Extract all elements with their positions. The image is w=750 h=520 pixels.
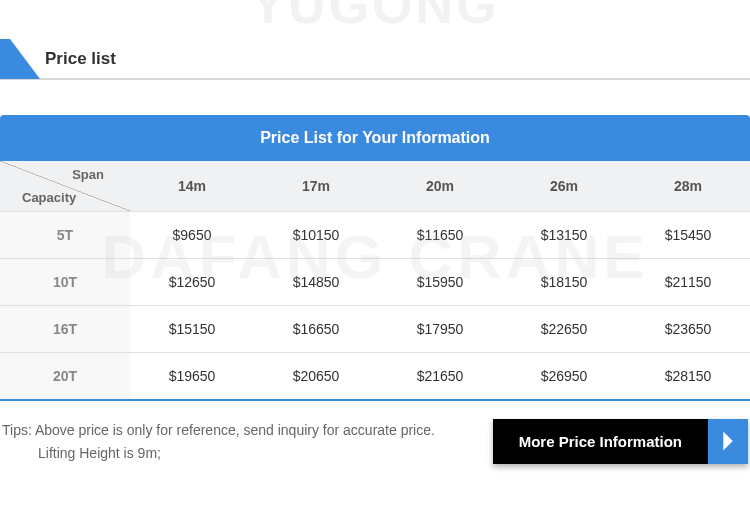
table-row: 16T $15150 $16650 $17950 $22650 $23650	[0, 305, 750, 352]
price-cell: $10150	[254, 211, 378, 258]
price-cell: $26950	[502, 352, 626, 399]
corner-cell: Span Capacity	[0, 161, 130, 211]
price-cell: $15150	[130, 305, 254, 352]
row-capacity: 10T	[0, 258, 130, 305]
price-cell: $16650	[254, 305, 378, 352]
table-row: 5T $9650 $10150 $11650 $13150 $15450	[0, 211, 750, 258]
col-header: 17m	[254, 161, 378, 211]
price-cell: $13150	[502, 211, 626, 258]
col-header: 26m	[502, 161, 626, 211]
price-cell: $20650	[254, 352, 378, 399]
price-table-container: Price List for Your Information Span Cap…	[0, 115, 750, 401]
table-row: 10T $12650 $14850 $15950 $18150 $21150	[0, 258, 750, 305]
price-cell: $19650	[130, 352, 254, 399]
tips-text: Tips: Above price is only for reference,…	[2, 419, 435, 467]
price-cell: $23650	[626, 305, 750, 352]
price-cell: $21650	[378, 352, 502, 399]
price-cell: $15950	[378, 258, 502, 305]
price-table: Span Capacity 14m 17m 20m 26m 28m 5T $96…	[0, 161, 750, 399]
table-title: Price List for Your Information	[0, 115, 750, 161]
more-price-button[interactable]: More Price Information	[493, 419, 748, 464]
price-cell: $15450	[626, 211, 750, 258]
price-cell: $22650	[502, 305, 626, 352]
col-header: 14m	[130, 161, 254, 211]
section-title: Price list	[45, 49, 116, 69]
tips-line2: Lifting Height is 9m;	[2, 442, 161, 466]
table-row: 20T $19650 $20650 $21650 $26950 $28150	[0, 352, 750, 399]
price-cell: $28150	[626, 352, 750, 399]
price-cell: $18150	[502, 258, 626, 305]
col-header: 28m	[626, 161, 750, 211]
col-header: 20m	[378, 161, 502, 211]
chevron-right-icon	[708, 419, 748, 464]
more-price-label: More Price Information	[493, 419, 708, 464]
tab-triangle	[10, 39, 40, 79]
row-capacity: 5T	[0, 211, 130, 258]
row-capacity: 20T	[0, 352, 130, 399]
footer: Tips: Above price is only for reference,…	[0, 419, 750, 467]
tips-line1: Tips: Above price is only for reference,…	[2, 422, 435, 438]
price-cell: $9650	[130, 211, 254, 258]
watermark-top: YUGONG	[250, 0, 499, 35]
price-cell: $21150	[626, 258, 750, 305]
tab-accent	[0, 39, 10, 79]
price-cell: $14850	[254, 258, 378, 305]
section-header: Price list	[0, 40, 750, 80]
capacity-label: Capacity	[22, 190, 76, 205]
price-cell: $12650	[130, 258, 254, 305]
span-label: Span	[72, 167, 104, 182]
row-capacity: 16T	[0, 305, 130, 352]
price-cell: $11650	[378, 211, 502, 258]
price-cell: $17950	[378, 305, 502, 352]
